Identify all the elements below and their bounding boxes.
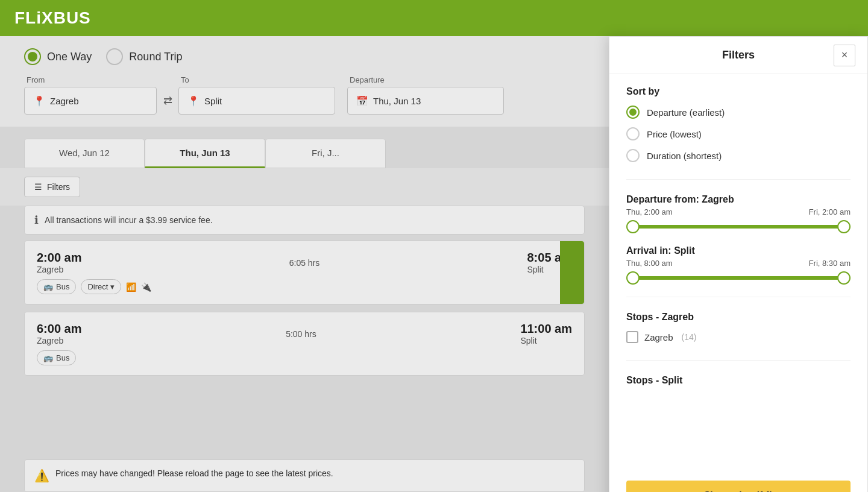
sort-radio-departure[interactable] — [626, 106, 640, 119]
departure-time-2: 6:00 am — [37, 322, 82, 336]
filters-row: ☰ Filters — [0, 168, 609, 206]
round-trip-radio[interactable] — [106, 48, 123, 65]
one-way-option[interactable]: One Way — [24, 48, 92, 65]
bus-icon-2: 🚌 — [43, 353, 53, 362]
date-tab-fri[interactable]: Fri, J... — [265, 139, 386, 168]
stops-zagreb-checkbox[interactable] — [626, 331, 638, 343]
departure-range-min: Thu, 2:00 am — [626, 207, 673, 216]
departure-city-2: Zagreb — [37, 336, 82, 345]
arrival-range-max: Fri, 8:30 am — [809, 259, 851, 268]
trip-times-1: 2:00 am Zagreb 6:05 hrs 8:05 am Split — [37, 251, 572, 274]
sort-option-price[interactable]: Price (lowest) — [626, 127, 851, 140]
arrival-block-2: 11:00 am Split — [520, 322, 572, 345]
divider-3 — [626, 360, 851, 361]
filters-label: Filters — [47, 182, 70, 192]
from-label: From — [24, 75, 157, 84]
bus-badge-1: 🚌 Bus — [37, 279, 76, 294]
arrival-range-min: Thu, 8:00 am — [626, 259, 673, 268]
swap-button[interactable]: ⇄ — [157, 87, 178, 115]
sort-label-departure: Departure (earliest) — [647, 107, 725, 118]
price-warning: ⚠️ Prices may have changed! Please reloa… — [24, 459, 585, 492]
departure-city-1: Zagreb — [37, 265, 82, 274]
date-tab-wed[interactable]: Wed, Jun 12 — [24, 139, 145, 168]
stops-split-title: Stops - Split — [626, 375, 851, 386]
from-input[interactable]: 📍 Zagreb — [24, 87, 157, 115]
duration-2: 5:00 hrs — [94, 329, 509, 339]
trip-card-1: 2:00 am Zagreb 6:05 hrs 8:05 am Split 🚌 … — [24, 241, 585, 304]
trip-selector: One Way Round Trip — [0, 36, 609, 75]
show-trips-button[interactable]: Show trips (14) — [626, 481, 851, 492]
date-tabs: Wed, Jun 12 Thu, Jun 13 Fri, J... — [24, 139, 585, 168]
bus-icon-1: 🚌 — [43, 282, 53, 291]
pin-icon-to: 📍 — [187, 95, 200, 107]
departure-time-1: 2:00 am — [37, 251, 82, 265]
sort-label-price: Price (lowest) — [647, 129, 702, 139]
arrival-range-title: Arrival in: Split — [626, 245, 851, 256]
to-input[interactable]: 📍 Split — [178, 87, 335, 115]
calendar-icon: 📅 — [356, 95, 368, 107]
departure-range-title: Departure from: Zagreb — [626, 194, 851, 205]
app-header: FLiXBUS — [0, 0, 868, 36]
sort-radio-duration[interactable] — [626, 149, 640, 162]
sort-option-departure[interactable]: Departure (earliest) — [626, 106, 851, 119]
filter-title: Filters — [722, 49, 755, 62]
select-button-1[interactable] — [560, 241, 584, 304]
arrival-time-2: 11:00 am — [520, 322, 572, 336]
date-tab-thu[interactable]: Thu, Jun 13 — [145, 139, 265, 168]
stops-zagreb-option[interactable]: Zagreb (14) — [626, 331, 851, 343]
stops-zagreb-section: Stops - Zagreb Zagreb (14) — [626, 312, 851, 343]
main-content: One Way Round Trip From 📍 Zagreb ⇄ To 📍 — [0, 36, 609, 492]
departure-block-1: 2:00 am Zagreb — [37, 251, 82, 274]
filter-header: Filters × — [609, 37, 867, 74]
direct-badge-1[interactable]: Direct ▾ — [81, 279, 121, 294]
sort-option-duration[interactable]: Duration (shortest) — [626, 149, 851, 162]
round-trip-label: Round Trip — [129, 51, 182, 63]
trip-badges-1: 🚌 Bus Direct ▾ 📶 🔌 — [37, 279, 572, 294]
to-field-group: To 📍 Split — [178, 75, 335, 115]
arrival-slider-thumb-right[interactable] — [837, 271, 851, 285]
departure-slider-thumb-left[interactable] — [626, 220, 640, 233]
arrival-slider-fill — [631, 276, 846, 280]
trip-card-2: 6:00 am Zagreb 5:00 hrs 11:00 am Split 🚌… — [24, 312, 585, 376]
round-trip-option[interactable]: Round Trip — [106, 48, 182, 65]
sort-radio-price[interactable] — [626, 127, 640, 140]
to-value: Split — [204, 96, 222, 106]
stops-split-section: Stops - Split — [626, 375, 851, 386]
from-field-group: From 📍 Zagreb — [24, 75, 157, 115]
divider-1 — [626, 179, 851, 180]
filters-button[interactable]: ☰ Filters — [24, 177, 80, 197]
stops-zagreb-count: (14) — [682, 332, 697, 342]
departure-input[interactable]: 📅 Thu, Jun 13 — [347, 87, 504, 115]
warning-icon: ⚠️ — [34, 468, 49, 483]
departure-range-bounds: Thu, 2:00 am Fri, 2:00 am — [626, 207, 851, 216]
departure-field-group: Departure 📅 Thu, Jun 13 — [347, 75, 504, 115]
search-bar: From 📍 Zagreb ⇄ To 📍 Split Departure 📅 — [0, 75, 609, 127]
trip-badges-2: 🚌 Bus — [37, 350, 572, 365]
departure-slider-fill — [631, 225, 846, 229]
chevron-down-icon: ▾ — [110, 282, 115, 291]
one-way-radio[interactable] — [24, 48, 41, 65]
logo: FLiXBUS — [14, 8, 91, 28]
close-icon: × — [841, 49, 848, 62]
one-way-label: One Way — [47, 51, 92, 63]
sort-title: Sort by — [626, 86, 851, 97]
to-label: To — [178, 75, 335, 84]
warning-text: Prices may have changed! Please reload t… — [55, 468, 333, 478]
trip-times-2: 6:00 am Zagreb 5:00 hrs 11:00 am Split — [37, 322, 572, 345]
arrival-range-bounds: Thu, 8:00 am Fri, 8:30 am — [626, 259, 851, 268]
departure-label: Departure — [347, 75, 504, 84]
departure-slider-thumb-right[interactable] — [837, 220, 851, 233]
departure-range-section: Departure from: Zagreb Thu, 2:00 am Fri,… — [626, 194, 851, 229]
arrival-slider-thumb-left[interactable] — [626, 271, 640, 285]
service-notice-text: All transactions will incur a $3.99 serv… — [45, 215, 213, 225]
departure-slider-track[interactable] — [631, 225, 846, 229]
arrival-slider-track[interactable] — [631, 276, 846, 280]
arrival-range-section: Arrival in: Split Thu, 8:00 am Fri, 8:30… — [626, 245, 851, 280]
filter-body: Sort by Departure (earliest) Price (lowe… — [609, 74, 867, 481]
close-filter-button[interactable]: × — [834, 45, 855, 66]
departure-value: Thu, Jun 13 — [373, 96, 421, 106]
departure-range-max: Fri, 2:00 am — [809, 207, 851, 216]
departure-block-2: 6:00 am Zagreb — [37, 322, 82, 345]
plug-icon-1: 🔌 — [141, 282, 151, 292]
from-value: Zagreb — [50, 96, 79, 106]
